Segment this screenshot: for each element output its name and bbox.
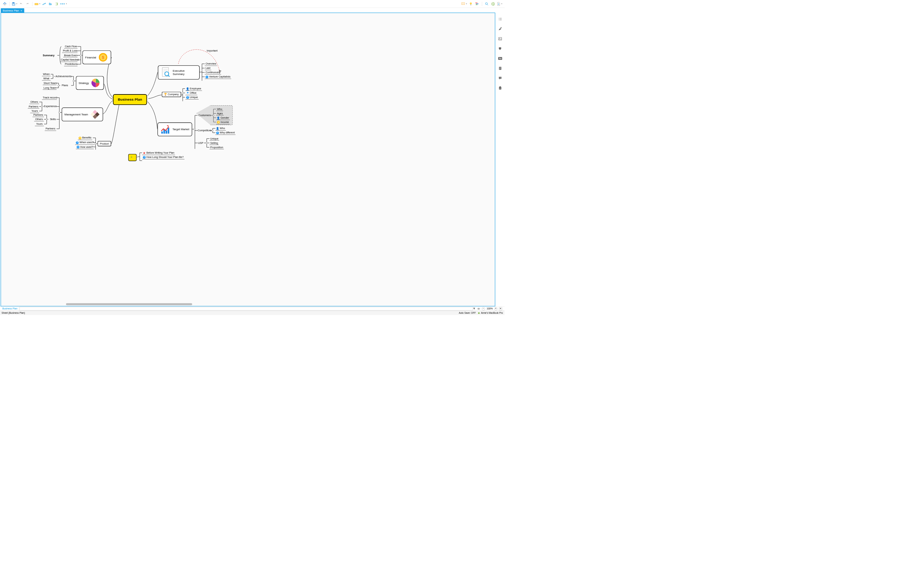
horizontal-scrollbar[interactable] (66, 303, 192, 305)
summary-button[interactable] (54, 1, 60, 6)
leaf[interactable]: ?How used? (76, 145, 94, 149)
node-floating[interactable]: ❝ (128, 154, 136, 161)
comments-icon[interactable] (498, 76, 503, 81)
text-icon[interactable]: Aa (498, 56, 503, 61)
notes-icon[interactable] (498, 66, 503, 71)
group-skills[interactable]: Skills (50, 118, 56, 121)
leaf[interactable]: Yours (30, 109, 39, 113)
save-button[interactable]: ▼ (11, 2, 17, 6)
leaf[interactable]: Proposition (209, 145, 224, 149)
style-icon[interactable] (498, 26, 503, 31)
leaf[interactable]: Overview (205, 62, 217, 66)
group-experience[interactable]: Experience (44, 105, 57, 108)
leaf[interactable]: When (42, 72, 50, 76)
topic-button[interactable]: ▼ (34, 2, 40, 6)
leaf[interactable]: Who (216, 107, 223, 111)
sheet-name-input[interactable] (19, 307, 473, 311)
relationship-button[interactable] (42, 1, 47, 6)
leaf[interactable]: Partners (32, 113, 44, 117)
leaf[interactable]: $Income (216, 120, 229, 124)
node-company[interactable]: 🏆 Company (162, 92, 181, 97)
group-competitors[interactable]: Competitors (198, 129, 212, 132)
document-tab-bar: Business Plan × (0, 8, 505, 13)
image-icon[interactable] (498, 36, 503, 41)
sheet-tab[interactable]: Business Plan (1, 307, 19, 311)
filter-icon[interactable] (473, 307, 476, 310)
leaf[interactable]: Yours (35, 122, 44, 126)
leaf[interactable]: 👤Gender (216, 116, 230, 120)
node-product[interactable]: Product (97, 141, 111, 147)
relationship-label[interactable]: Important (207, 49, 218, 52)
leaf[interactable]: Partners (45, 127, 56, 131)
leaf[interactable]: iVenture Capitalists (205, 75, 231, 79)
leaf[interactable]: Break Even (63, 53, 77, 57)
leaf[interactable]: ?When used? (75, 141, 95, 145)
leaf[interactable]: What (42, 76, 50, 81)
svg-point-27 (206, 142, 208, 143)
leaf[interactable]: Partners (28, 105, 39, 108)
leaf[interactable]: Others (34, 117, 44, 121)
brainstorm-button[interactable] (468, 1, 473, 6)
leaf[interactable]: Predictions (64, 62, 77, 66)
node-management[interactable]: Management Team (62, 108, 103, 121)
mindmap-canvas[interactable]: Business Plan Financial $ Summary Cash F… (1, 13, 495, 306)
redo-button[interactable] (24, 1, 30, 6)
leaf[interactable]: $Benefits (78, 136, 92, 140)
marker-icon[interactable] (498, 46, 503, 51)
leaf[interactable]: Continuously (205, 70, 221, 74)
undo-button[interactable] (18, 1, 24, 6)
sheet-bar: Business Plan − 100% + ≡ (0, 306, 505, 311)
leaf[interactable]: Long Team (43, 86, 56, 90)
zoom-menu-button[interactable]: ≡ (499, 307, 502, 310)
presentation-button[interactable]: ▼ (461, 2, 467, 6)
gantt-button[interactable] (474, 1, 480, 6)
leaf[interactable]: ⚑Office (186, 91, 197, 95)
visibility-icon[interactable] (477, 307, 480, 310)
group-customers[interactable]: Customers (199, 114, 211, 117)
node-center[interactable]: Business Plan (113, 94, 147, 105)
leaf[interactable]: Selling (209, 141, 219, 145)
node-label: Financial (85, 56, 96, 59)
group-achievements[interactable]: Achievements (55, 75, 71, 77)
leaf[interactable]: ?Unique (186, 95, 199, 99)
group-plans[interactable]: Plans (62, 84, 68, 87)
zoom-out-button[interactable]: − (482, 307, 485, 310)
leaf[interactable]: Ages (216, 111, 224, 115)
node-financial[interactable]: Financial $ (82, 50, 111, 64)
share-button[interactable] (490, 1, 496, 6)
leaf[interactable]: 👤Employee (186, 87, 202, 90)
leaf[interactable]: Last (205, 66, 211, 70)
node-label: Executive Summary (173, 69, 197, 76)
leaf[interactable]: ?How Long Should Your Plan Be? (142, 155, 184, 159)
boundary-button[interactable] (48, 1, 53, 6)
leaf[interactable]: Profit & Loss (62, 49, 78, 53)
node-target-market[interactable]: Target Market (157, 122, 192, 136)
svg-point-58 (478, 308, 479, 309)
home-icon[interactable] (2, 1, 7, 6)
leaf[interactable]: Others (29, 100, 39, 104)
group-usp[interactable]: USP (198, 141, 204, 144)
node-strategy[interactable]: Strategy (76, 76, 104, 90)
leaf[interactable]: Short Team (43, 81, 56, 85)
export-button[interactable]: ▼ (497, 2, 502, 6)
svg-text:$: $ (102, 55, 104, 60)
outline-icon[interactable] (498, 16, 503, 22)
svg-point-17 (58, 85, 59, 86)
leaf[interactable]: ★Before Writing Your Plan (142, 151, 175, 155)
leaf[interactable]: 👤Who (215, 127, 226, 131)
leaf[interactable]: ?Why different (215, 131, 236, 135)
zoom-in-button[interactable]: + (494, 307, 498, 310)
node-exec-summary[interactable]: Executive Summary (158, 65, 200, 79)
svg-rect-0 (4, 4, 6, 5)
more-button[interactable]: •••▼ (60, 2, 67, 6)
leaf[interactable]: Cash Flow (64, 44, 77, 48)
leaf[interactable]: Track record (42, 95, 57, 100)
task-icon[interactable] (498, 85, 503, 90)
search-button[interactable] (484, 1, 489, 6)
leaf[interactable]: Unique (209, 137, 219, 141)
leaf[interactable]: Capital Needed (60, 58, 78, 62)
close-tab-icon[interactable]: × (21, 9, 22, 12)
svg-rect-8 (476, 4, 478, 5)
svg-rect-55 (499, 87, 501, 89)
document-tab[interactable]: Business Plan × (1, 8, 24, 13)
